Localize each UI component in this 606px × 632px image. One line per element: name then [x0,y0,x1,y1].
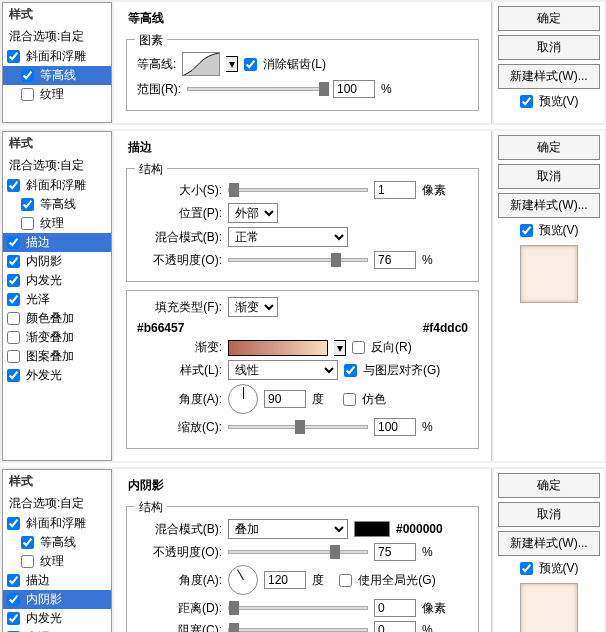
size-slider[interactable] [228,188,368,192]
item-texture[interactable]: 纹理 [3,214,111,233]
buttons-col: 确定 取消 新建样式(W)... 预览(V) [494,2,604,123]
cb-contour[interactable] [21,69,34,82]
styles-list: 样式 混合选项:自定 斜面和浮雕 等高线 纹理 描边 内阴影 内发光 光泽 颜色… [2,131,112,461]
cancel-button[interactable]: 取消 [498,35,600,60]
panel-inner-shadow: 样式 混合选项:自定 斜面和浮雕 等高线 纹理 描边 内阴影 内发光 光泽 内阴… [0,467,606,632]
styles-header: 样式 [3,3,111,26]
item-bevel[interactable]: 斜面和浮雕 [3,514,111,533]
buttons-col: 确定 取消 新建样式(W)... 预览(V) [494,469,604,632]
cb-preview[interactable] [520,224,533,237]
new-style-button[interactable]: 新建样式(W)... [498,64,600,89]
group-fill: 填充类型(F):渐变 #b66457#f4ddc0 渐变:▾反向(R) 样式(L… [126,290,479,449]
item-bevel[interactable]: 斜面和浮雕 [3,176,111,195]
color-swatch[interactable] [354,521,390,537]
cb-reverse[interactable] [352,341,365,354]
item-texture[interactable]: 纹理 [3,85,111,104]
item-bevel[interactable]: 斜面和浮雕 [3,47,111,66]
size-input[interactable] [374,181,416,199]
opacity-input[interactable] [374,543,416,561]
cb-global-light[interactable] [339,574,352,587]
settings-area: 等高线 图素 等高线: ▾ 消除锯齿(L) 范围(R): % [114,2,492,123]
contour-picker[interactable] [182,52,220,76]
distance-slider[interactable] [228,606,368,610]
cb-align[interactable] [344,364,357,377]
item-inner-shadow[interactable]: 内阴影 [3,252,111,271]
cb-texture[interactable] [21,88,34,101]
item-gloss[interactable]: 光泽 [3,290,111,309]
group-structure: 结构 大小(S):像素 位置(P):外部 混合模式(B):正常 不透明度(O):… [126,168,479,282]
item-texture[interactable]: 纹理 [3,552,111,571]
item-stroke[interactable]: 描边 [3,571,111,590]
range-slider[interactable] [187,87,327,91]
contour-label: 等高线: [137,56,176,73]
opacity-slider[interactable] [228,550,368,554]
panel-contour: 样式 混合选项:自定 斜面和浮雕 等高线 纹理 等高线 图素 等高线: ▾ 消除… [0,0,606,129]
contour-dropdown-icon[interactable]: ▾ [226,56,238,72]
gradient-preview[interactable] [228,340,328,356]
item-stroke[interactable]: 描边 [3,233,111,252]
cancel-button[interactable]: 取消 [498,164,600,189]
styles-list: 样式 混合选项:自定 斜面和浮雕 等高线 纹理 [2,2,112,123]
hex-left: #b66457 [137,321,184,335]
item-inner-glow[interactable]: 内发光 [3,609,111,628]
choke-slider[interactable] [228,628,368,632]
item-pattern-overlay[interactable]: 图案叠加 [3,347,111,366]
angle-dial[interactable] [228,384,258,414]
cb-dither[interactable] [343,393,356,406]
range-label: 范围(R): [137,81,181,98]
blend-select[interactable]: 正常 [228,227,348,247]
opacity-slider[interactable] [228,258,368,262]
cancel-button[interactable]: 取消 [498,502,600,527]
group-elements: 图素 等高线: ▾ 消除锯齿(L) 范围(R): % [126,39,479,111]
preview-swatch [520,245,578,303]
preview-swatch [520,583,578,632]
scale-slider[interactable] [228,425,368,429]
item-contour[interactable]: 等高线 [3,533,111,552]
fill-type-select[interactable]: 渐变 [228,297,278,317]
item-gloss[interactable]: 光泽 [3,628,111,632]
opacity-input[interactable] [374,251,416,269]
settings-area: 内阴影 结构 混合模式(B):叠加#000000 不透明度(O):% 角度(A)… [114,469,492,632]
item-outer-glow[interactable]: 外发光 [3,366,111,385]
item-contour[interactable]: 等高线 [3,66,111,85]
panel-title: 等高线 [122,6,483,31]
ok-button[interactable]: 确定 [498,6,600,31]
grad-style-select[interactable]: 线性 [228,360,338,380]
cb-preview[interactable] [520,562,533,575]
item-contour[interactable]: 等高线 [3,195,111,214]
angle-input[interactable] [264,571,306,589]
styles-list: 样式 混合选项:自定 斜面和浮雕 等高线 纹理 描边 内阴影 内发光 光泽 [2,469,112,632]
ok-button[interactable]: 确定 [498,473,600,498]
item-gradient-overlay[interactable]: 渐变叠加 [3,328,111,347]
choke-input[interactable] [374,621,416,632]
item-inner-shadow[interactable]: 内阴影 [3,590,111,609]
new-style-button[interactable]: 新建样式(W)... [498,193,600,218]
blend-options[interactable]: 混合选项:自定 [3,26,111,47]
hex-right: #f4ddc0 [423,321,468,335]
new-style-button[interactable]: 新建样式(W)... [498,531,600,556]
ok-button[interactable]: 确定 [498,135,600,160]
blend-select[interactable]: 叠加 [228,519,348,539]
hex-color: #000000 [396,522,443,536]
cb-bevel[interactable] [7,50,20,63]
group-structure: 结构 混合模式(B):叠加#000000 不透明度(O):% 角度(A):度 使… [126,506,479,632]
panel-stroke: 样式 混合选项:自定 斜面和浮雕 等高线 纹理 描边 内阴影 内发光 光泽 颜色… [0,129,606,467]
angle-dial[interactable] [228,565,258,595]
settings-area: 描边 结构 大小(S):像素 位置(P):外部 混合模式(B):正常 不透明度(… [114,131,492,461]
item-color-overlay[interactable]: 颜色叠加 [3,309,111,328]
cb-preview[interactable] [520,95,533,108]
gradient-dropdown-icon[interactable]: ▾ [334,340,346,356]
range-input[interactable] [333,80,375,98]
position-select[interactable]: 外部 [228,203,278,223]
buttons-col: 确定 取消 新建样式(W)... 预览(V) [494,131,604,461]
cb-antialias[interactable] [244,58,257,71]
scale-input[interactable] [374,418,416,436]
item-inner-glow[interactable]: 内发光 [3,271,111,290]
group-label: 图素 [135,32,167,49]
distance-input[interactable] [374,599,416,617]
angle-input[interactable] [264,390,306,408]
